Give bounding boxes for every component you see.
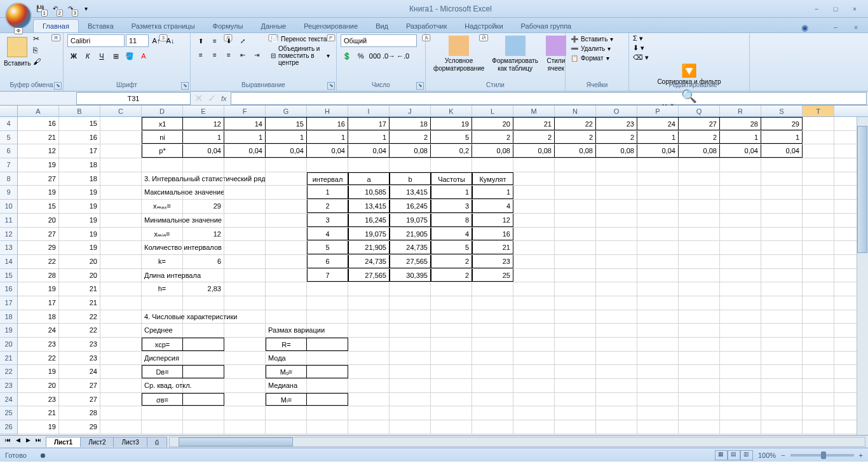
row-header-24[interactable]: 24 xyxy=(0,393,18,407)
tab-first[interactable]: ⏮ xyxy=(3,437,13,447)
row-header-21[interactable]: 21 xyxy=(0,352,18,366)
col-header-M[interactable]: M xyxy=(513,106,555,116)
maximize-button[interactable]: □ xyxy=(827,4,844,14)
zoom-in[interactable]: + xyxy=(859,451,863,459)
cut-icon[interactable]: ✂ xyxy=(33,34,41,43)
tab-insert[interactable]: ВставкаС xyxy=(79,20,123,32)
row-header-15[interactable]: 15 xyxy=(0,269,18,283)
alignment-dialog[interactable]: ⬊ xyxy=(327,82,335,90)
col-header-Q[interactable]: Q xyxy=(679,106,720,116)
font-dialog[interactable]: ⬊ xyxy=(181,82,189,90)
horizontal-scrollbar[interactable] xyxy=(169,437,865,447)
row-header-25[interactable]: 25 xyxy=(0,406,18,420)
sheet-tab-3[interactable]: Лист3 xyxy=(113,437,147,447)
merge-center[interactable]: ⊟ Объединить и поместить в центре ▾ xyxy=(268,44,332,67)
col-header-D[interactable]: D xyxy=(142,106,183,116)
row-header-7[interactable]: 7 xyxy=(0,158,18,172)
col-header-B[interactable]: B xyxy=(59,106,100,116)
delete-cells[interactable]: ➖ Удалить ▾ xyxy=(569,44,625,53)
col-header-E[interactable]: E xyxy=(183,106,224,116)
ribbon-close[interactable]: × xyxy=(848,22,864,32)
qat-dropdown[interactable]: ▾ xyxy=(79,2,93,16)
row-header-17[interactable]: 17 xyxy=(0,296,18,310)
font-name-input[interactable] xyxy=(67,34,125,47)
row-header-19[interactable]: 19 xyxy=(0,324,18,338)
col-header-J[interactable]: J xyxy=(390,106,431,116)
number-dialog[interactable]: ⬊ xyxy=(416,82,424,90)
minimize-button[interactable]: − xyxy=(808,4,825,14)
col-header-K[interactable]: K xyxy=(431,106,472,116)
tab-developer[interactable]: РазработчикА xyxy=(397,20,456,32)
italic-button[interactable]: К xyxy=(81,50,94,62)
col-header-R[interactable]: R xyxy=(720,106,761,116)
orientation[interactable]: ⤢ xyxy=(236,34,249,47)
row-header-18[interactable]: 18 xyxy=(0,310,18,324)
col-header-F[interactable]: F xyxy=(224,106,266,116)
row-header-22[interactable]: 22 xyxy=(0,365,18,379)
row-header-10[interactable]: 10 xyxy=(0,200,18,214)
tab-workgroup[interactable]: Рабочая группа xyxy=(512,20,581,32)
underline-button[interactable]: Ч xyxy=(95,50,108,62)
border-button[interactable]: ⊞ xyxy=(109,50,122,62)
number-format-select[interactable] xyxy=(341,34,417,47)
formula-input[interactable] xyxy=(231,92,867,105)
format-cells[interactable]: 📋 Формат ▾ xyxy=(569,53,625,63)
view-pagebreak[interactable]: ▥ xyxy=(740,450,753,460)
col-header-P[interactable]: P xyxy=(637,106,679,116)
macro-icon[interactable]: ⏺ xyxy=(39,451,46,459)
font-size-input[interactable] xyxy=(126,34,149,47)
insert-cells[interactable]: ➕ Вставить ▾ xyxy=(569,34,625,44)
clipboard-dialog[interactable]: ⬊ xyxy=(54,82,62,90)
fill-color[interactable]: 🪣 xyxy=(123,50,136,62)
comma[interactable]: 000 xyxy=(369,50,381,62)
new-sheet[interactable]: ⎙ xyxy=(147,437,167,447)
increase-decimal[interactable]: .0→ xyxy=(383,50,395,62)
wrap-text[interactable]: 📄 Перенос текста xyxy=(268,34,332,44)
paste-button[interactable]: Вставить xyxy=(4,34,31,67)
col-header-T[interactable]: T xyxy=(803,106,834,116)
align-right[interactable]: ≡ xyxy=(222,48,235,61)
col-header-I[interactable]: I xyxy=(348,106,390,116)
office-button[interactable]: Ф xyxy=(5,3,32,29)
tab-addins[interactable]: НадстройкиЙ xyxy=(456,20,512,32)
help-icon[interactable]: ◉ xyxy=(801,23,808,32)
tab-data[interactable]: ДанныеЫ xyxy=(252,20,295,32)
tab-prev[interactable]: ◀ xyxy=(13,437,23,447)
row-header-12[interactable]: 12 xyxy=(0,228,18,242)
qat-save[interactable]: 💾1 xyxy=(33,2,47,16)
format-table[interactable]: Форматировать как таблицу xyxy=(488,34,542,80)
autosum[interactable]: Σ ▾ xyxy=(633,34,742,43)
align-left[interactable]: ≡ xyxy=(194,48,207,61)
cancel-formula[interactable]: ✕ xyxy=(194,92,203,104)
row-header-26[interactable]: 26 xyxy=(0,420,18,434)
conditional-formatting[interactable]: Условное форматирование xyxy=(430,34,488,80)
indent-increase[interactable]: ⇥ xyxy=(250,48,263,61)
zoom-out[interactable]: − xyxy=(781,451,785,459)
row-header-9[interactable]: 9 xyxy=(0,186,18,200)
row-header-13[interactable]: 13 xyxy=(0,241,18,255)
align-center[interactable]: ≡ xyxy=(208,48,221,61)
clear[interactable]: ⌫ ▾ xyxy=(633,53,742,62)
view-normal[interactable]: ▦ xyxy=(715,450,728,460)
grow-font[interactable]: A↑ xyxy=(150,34,163,47)
row-header-5[interactable]: 5 xyxy=(0,131,18,145)
align-top[interactable]: ⬆ xyxy=(194,34,207,47)
row-header-20[interactable]: 20 xyxy=(0,338,18,352)
tab-next[interactable]: ▶ xyxy=(23,437,33,447)
sheet-tab-1[interactable]: Лист1 xyxy=(46,437,81,447)
tab-review[interactable]: РецензированиеР xyxy=(295,20,367,32)
select-all-corner[interactable] xyxy=(0,106,18,116)
zoom-slider[interactable] xyxy=(790,454,854,457)
vertical-scrollbar[interactable] xyxy=(857,117,868,435)
cells-grid[interactable]: 1615x11214151617181920212223242728292116… xyxy=(18,117,868,435)
copy-icon[interactable]: ⎘ xyxy=(33,46,41,55)
format-painter-icon[interactable]: 🖌 xyxy=(33,57,41,66)
col-header-L[interactable]: L xyxy=(472,106,513,116)
row-header-16[interactable]: 16 xyxy=(0,282,18,296)
bold-button[interactable]: Ж xyxy=(67,50,80,62)
name-box[interactable] xyxy=(76,92,191,105)
ribbon-minimize[interactable]: − xyxy=(827,22,844,32)
col-header-S[interactable]: S xyxy=(761,106,803,116)
row-header-8[interactable]: 8 xyxy=(0,172,18,186)
fill[interactable]: ⬇ ▾ xyxy=(633,44,742,52)
